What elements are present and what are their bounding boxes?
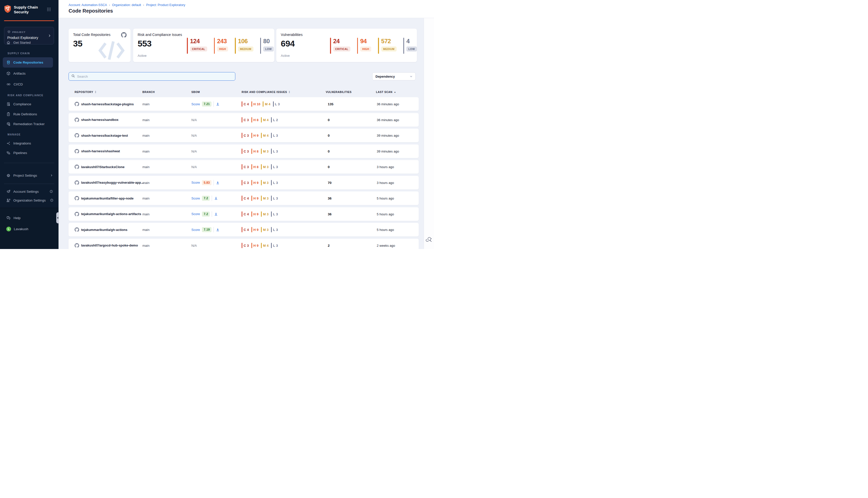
high-count: 9	[257, 196, 258, 200]
sidebar-item-account-settings[interactable]: Account Settings	[0, 187, 58, 196]
high-count: 9	[257, 134, 258, 137]
sidebar-item-pipelines[interactable]: Pipelines	[0, 148, 58, 158]
download-sbom-icon[interactable]	[214, 196, 218, 200]
critical-bar	[242, 164, 242, 170]
sbom-score-link[interactable]: Score	[191, 228, 200, 232]
download-sbom-icon[interactable]	[216, 181, 220, 185]
table-row[interactable]: shash-harness/shashwat main N/A C3 H8 M3…	[69, 144, 419, 158]
sort-icon: ▲▼	[95, 90, 96, 93]
column-header-last-scan[interactable]: LAST SCAN ▲	[376, 90, 396, 93]
search-input[interactable]	[77, 75, 232, 78]
risk-severity-breakdown: 124 CRITICAL 243 HIGH 106 MEDIUM 80 LOW	[187, 38, 274, 54]
layers-gear-icon	[6, 189, 11, 194]
sbom-score-link[interactable]: Score	[191, 102, 200, 106]
column-header-repository[interactable]: REPOSITORY ▲▼	[75, 90, 96, 93]
download-sbom-icon[interactable]	[216, 228, 220, 232]
issue-counts: C4 H9 M3 L3	[242, 211, 281, 217]
severity-bar	[357, 38, 358, 54]
vulnerability-count: 36	[328, 212, 332, 216]
critical-bar	[242, 243, 242, 248]
vulnerability-count: 70	[328, 181, 332, 184]
download-sbom-icon[interactable]	[214, 212, 218, 216]
last-scan: 3 hours ago	[377, 181, 394, 184]
sbom-score-link[interactable]: Score	[191, 212, 200, 216]
breadcrumb-account-link[interactable]: Account: Automation-SSCA	[69, 3, 107, 7]
branch-name: main	[143, 149, 149, 153]
last-scan: 36 minutes ago	[377, 102, 399, 106]
sidebar-item-label: Organization Settings	[13, 198, 46, 202]
severity-badge: MEDIUM	[238, 47, 253, 52]
vulnerability-count: 2	[328, 244, 330, 247]
table-row[interactable]: lavakush07/argocd-hub-spoke-demo main N/…	[69, 239, 419, 249]
sbom-score-link[interactable]: Score	[191, 196, 200, 200]
table-row[interactable]: tejakummarikuntla/gh-actions main Score7…	[69, 223, 419, 236]
severity-bar	[403, 38, 404, 54]
low-count: 3	[276, 134, 278, 137]
branch-name: main	[143, 134, 149, 137]
sidebar-footer: Help L Lavakush	[0, 208, 58, 249]
cube-icon	[7, 30, 11, 34]
high-count: 9	[257, 181, 258, 184]
severity-high: 94 HIGH	[357, 38, 371, 54]
sbom-score-link[interactable]: Score	[191, 181, 200, 184]
column-header-branch: BRANCH	[143, 90, 155, 93]
breadcrumb-project-link[interactable]: Project: Product Exploratory	[146, 3, 185, 7]
github-icon	[75, 149, 79, 154]
sidebar-item-code-repositories[interactable]: Code Repositories	[0, 57, 58, 67]
breadcrumb-organization-link[interactable]: Organization: default	[112, 3, 141, 7]
divider	[213, 227, 214, 233]
sidebar-collapse-handle[interactable]	[56, 212, 59, 223]
divider	[212, 196, 212, 201]
vulnerability-count: 0	[328, 134, 330, 137]
app-name-line2: Security	[14, 10, 38, 14]
column-header-risk-issues[interactable]: RISK AND COMPLIANCE ISSUES ▲▼	[242, 90, 290, 93]
critical-count: 4	[247, 102, 249, 106]
dependency-filter-dropdown[interactable]: Dependency	[372, 73, 416, 80]
table-row[interactable]: tejakummarikuntla/gh-actions-artifacts m…	[69, 207, 419, 221]
download-sbom-icon[interactable]	[216, 102, 220, 106]
sbom-na: N/A	[191, 149, 197, 153]
box-wrench-icon	[6, 122, 11, 126]
medium-count: 3	[267, 196, 268, 200]
sbom-na: N/A	[191, 165, 197, 169]
column-header-sbom: SBOM	[191, 90, 200, 93]
severity-critical: 24 CRITICAL	[330, 38, 350, 54]
user-menu[interactable]: L Lavakush	[0, 224, 58, 234]
info-icon[interactable]	[50, 190, 53, 193]
severity-bar	[235, 38, 236, 54]
sidebar-item-remediation-tracker[interactable]: Remediation Tracker	[0, 119, 58, 129]
sidebar-item-artifacts[interactable]: Artifacts	[0, 69, 58, 78]
sidebar-item-rule-definitions[interactable]: Rule Definitions	[0, 109, 58, 119]
severity-low: 80 LOW	[260, 38, 274, 54]
issue-counts: C3 H8 M4 L2	[242, 117, 281, 122]
medium-count: 4	[268, 102, 270, 106]
sidebar-item-compliance[interactable]: Compliance	[0, 99, 58, 109]
table-row[interactable]: shash-harness/sandbox main N/A C3 H8 M4 …	[69, 113, 419, 127]
sidebar-item-help[interactable]: Help	[0, 213, 58, 223]
vulnerabilities-sublabel: Active	[281, 54, 290, 57]
table-row[interactable]: lavakush07/StarbucksClone main N/A C3 H8…	[69, 160, 419, 174]
sidebar-item-get-started[interactable]: Get Started	[0, 38, 58, 47]
user-name: Lavakush	[14, 227, 28, 231]
sbom-score-badge: 7.19	[202, 227, 212, 232]
sidebar-item-project-settings[interactable]: Project Settings	[0, 171, 58, 180]
support-chat-icon[interactable]	[426, 236, 432, 244]
info-icon[interactable]	[50, 198, 53, 202]
module-switcher-icon[interactable]	[47, 7, 51, 13]
sidebar-item-integrations[interactable]: Integrations	[0, 139, 58, 148]
medium-count: 3	[267, 181, 268, 184]
low-count: 3	[276, 212, 278, 216]
sidebar-item-cicd[interactable]: CI/CD	[0, 79, 58, 89]
table-row[interactable]: shash-harness/backstage-test main N/A C3…	[69, 129, 419, 142]
repo-name: shash-harness/shashwat	[81, 149, 120, 153]
critical-count: 3	[247, 118, 249, 122]
table-row[interactable]: lavakush07/easybuggy-vulnerable-app... m…	[69, 176, 419, 189]
sidebar-item-organization-settings[interactable]: Organization Settings	[0, 196, 58, 205]
branch-name: main	[143, 118, 149, 122]
last-scan: 2 weeks ago	[377, 244, 395, 247]
sidebar-item-label: Help	[14, 216, 21, 220]
high-count: 8	[257, 118, 258, 122]
table-row[interactable]: shash-harness/backstage-plugins main Sco…	[69, 97, 419, 111]
table-row[interactable]: tejakummarikuntla/filler-app-node main S…	[69, 192, 419, 205]
chat-question-icon	[6, 216, 11, 220]
